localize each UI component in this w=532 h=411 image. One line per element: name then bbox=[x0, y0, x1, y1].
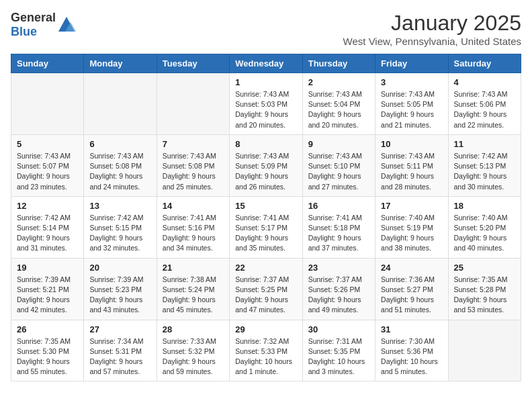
weekday-header-friday: Friday bbox=[375, 54, 448, 73]
calendar-week-5: 26Sunrise: 7:35 AMSunset: 5:30 PMDayligh… bbox=[11, 320, 521, 381]
calendar-cell: 7Sunrise: 7:43 AMSunset: 5:08 PMDaylight… bbox=[157, 134, 229, 196]
title-area: January 2025 West View, Pennsylvania, Un… bbox=[343, 11, 521, 47]
day-number: 11 bbox=[454, 139, 515, 149]
day-info: Sunrise: 7:41 AMSunset: 5:18 PMDaylight:… bbox=[308, 213, 369, 254]
day-info: Sunrise: 7:42 AMSunset: 5:15 PMDaylight:… bbox=[89, 213, 150, 254]
day-number: 25 bbox=[454, 263, 515, 273]
calendar-week-1: 1Sunrise: 7:43 AMSunset: 5:03 PMDaylight… bbox=[11, 73, 521, 135]
day-number: 30 bbox=[308, 324, 369, 334]
calendar-cell: 24Sunrise: 7:36 AMSunset: 5:27 PMDayligh… bbox=[375, 258, 448, 320]
day-number: 19 bbox=[17, 263, 78, 273]
day-number: 3 bbox=[381, 77, 442, 87]
calendar-cell: 1Sunrise: 7:43 AMSunset: 5:03 PMDaylight… bbox=[230, 73, 302, 135]
day-info: Sunrise: 7:41 AMSunset: 5:17 PMDaylight:… bbox=[235, 213, 296, 254]
day-number: 4 bbox=[454, 77, 515, 87]
calendar-cell: 11Sunrise: 7:42 AMSunset: 5:13 PMDayligh… bbox=[448, 134, 521, 196]
calendar-cell: 26Sunrise: 7:35 AMSunset: 5:30 PMDayligh… bbox=[11, 320, 84, 381]
day-info: Sunrise: 7:42 AMSunset: 5:13 PMDaylight:… bbox=[454, 151, 515, 192]
location-title: West View, Pennsylvania, United States bbox=[343, 36, 521, 47]
calendar-body: 1Sunrise: 7:43 AMSunset: 5:03 PMDaylight… bbox=[11, 73, 521, 381]
day-number: 12 bbox=[17, 201, 78, 211]
calendar-week-2: 5Sunrise: 7:43 AMSunset: 5:07 PMDaylight… bbox=[11, 134, 521, 196]
day-number: 24 bbox=[381, 263, 442, 273]
weekday-header-tuesday: Tuesday bbox=[157, 54, 229, 73]
day-info: Sunrise: 7:35 AMSunset: 5:28 PMDaylight:… bbox=[454, 275, 515, 316]
day-info: Sunrise: 7:37 AMSunset: 5:25 PMDaylight:… bbox=[235, 275, 296, 316]
day-info: Sunrise: 7:43 AMSunset: 5:09 PMDaylight:… bbox=[235, 151, 296, 192]
day-info: Sunrise: 7:41 AMSunset: 5:16 PMDaylight:… bbox=[163, 213, 224, 254]
day-info: Sunrise: 7:35 AMSunset: 5:30 PMDaylight:… bbox=[17, 336, 78, 377]
calendar-cell: 28Sunrise: 7:33 AMSunset: 5:32 PMDayligh… bbox=[157, 320, 229, 381]
day-number: 27 bbox=[89, 324, 150, 334]
calendar-cell: 14Sunrise: 7:41 AMSunset: 5:16 PMDayligh… bbox=[157, 196, 229, 258]
day-number: 13 bbox=[89, 201, 150, 211]
day-info: Sunrise: 7:32 AMSunset: 5:33 PMDaylight:… bbox=[235, 336, 296, 377]
calendar-header: SundayMondayTuesdayWednesdayThursdayFrid… bbox=[11, 54, 521, 73]
day-number: 31 bbox=[381, 324, 442, 334]
day-number: 21 bbox=[163, 263, 224, 273]
day-info: Sunrise: 7:39 AMSunset: 5:21 PMDaylight:… bbox=[17, 275, 78, 316]
calendar-cell bbox=[448, 320, 521, 381]
day-info: Sunrise: 7:40 AMSunset: 5:19 PMDaylight:… bbox=[381, 213, 442, 254]
weekday-header-wednesday: Wednesday bbox=[230, 54, 302, 73]
month-title: January 2025 bbox=[343, 11, 521, 36]
calendar-cell: 31Sunrise: 7:30 AMSunset: 5:36 PMDayligh… bbox=[375, 320, 448, 381]
calendar-cell: 8Sunrise: 7:43 AMSunset: 5:09 PMDaylight… bbox=[230, 134, 302, 196]
calendar-cell: 13Sunrise: 7:42 AMSunset: 5:15 PMDayligh… bbox=[84, 196, 157, 258]
calendar-cell: 17Sunrise: 7:40 AMSunset: 5:19 PMDayligh… bbox=[375, 196, 448, 258]
calendar-cell bbox=[84, 73, 157, 135]
day-number: 6 bbox=[89, 139, 150, 149]
calendar: SundayMondayTuesdayWednesdayThursdayFrid… bbox=[11, 54, 521, 381]
calendar-cell: 6Sunrise: 7:43 AMSunset: 5:08 PMDaylight… bbox=[84, 134, 157, 196]
day-number: 23 bbox=[308, 263, 369, 273]
day-number: 9 bbox=[308, 139, 369, 149]
day-number: 5 bbox=[17, 139, 78, 149]
logo-icon bbox=[57, 15, 76, 34]
calendar-cell: 4Sunrise: 7:43 AMSunset: 5:06 PMDaylight… bbox=[448, 73, 521, 135]
day-number: 20 bbox=[89, 263, 150, 273]
logo: General Blue bbox=[11, 11, 76, 39]
logo-blue: Blue bbox=[11, 25, 37, 38]
day-info: Sunrise: 7:43 AMSunset: 5:11 PMDaylight:… bbox=[381, 151, 442, 192]
day-number: 2 bbox=[308, 77, 369, 87]
calendar-cell: 15Sunrise: 7:41 AMSunset: 5:17 PMDayligh… bbox=[230, 196, 302, 258]
day-number: 18 bbox=[454, 201, 515, 211]
calendar-cell: 30Sunrise: 7:31 AMSunset: 5:35 PMDayligh… bbox=[302, 320, 375, 381]
day-number: 1 bbox=[235, 77, 296, 87]
calendar-cell: 3Sunrise: 7:43 AMSunset: 5:05 PMDaylight… bbox=[375, 73, 448, 135]
day-number: 8 bbox=[235, 139, 296, 149]
day-number: 14 bbox=[163, 201, 224, 211]
calendar-cell bbox=[157, 73, 229, 135]
logo-general: General bbox=[11, 11, 56, 24]
calendar-cell: 16Sunrise: 7:41 AMSunset: 5:18 PMDayligh… bbox=[302, 196, 375, 258]
calendar-cell: 12Sunrise: 7:42 AMSunset: 5:14 PMDayligh… bbox=[11, 196, 84, 258]
day-info: Sunrise: 7:43 AMSunset: 5:04 PMDaylight:… bbox=[308, 89, 369, 130]
day-info: Sunrise: 7:34 AMSunset: 5:31 PMDaylight:… bbox=[89, 336, 150, 377]
weekday-header-saturday: Saturday bbox=[448, 54, 521, 73]
calendar-week-4: 19Sunrise: 7:39 AMSunset: 5:21 PMDayligh… bbox=[11, 258, 521, 320]
weekday-header-monday: Monday bbox=[84, 54, 157, 73]
calendar-cell: 22Sunrise: 7:37 AMSunset: 5:25 PMDayligh… bbox=[230, 258, 302, 320]
day-info: Sunrise: 7:39 AMSunset: 5:23 PMDaylight:… bbox=[89, 275, 150, 316]
calendar-cell: 29Sunrise: 7:32 AMSunset: 5:33 PMDayligh… bbox=[230, 320, 302, 381]
day-number: 15 bbox=[235, 201, 296, 211]
day-info: Sunrise: 7:43 AMSunset: 5:08 PMDaylight:… bbox=[163, 151, 224, 192]
day-number: 29 bbox=[235, 324, 296, 334]
calendar-cell: 25Sunrise: 7:35 AMSunset: 5:28 PMDayligh… bbox=[448, 258, 521, 320]
calendar-cell: 18Sunrise: 7:40 AMSunset: 5:20 PMDayligh… bbox=[448, 196, 521, 258]
day-number: 7 bbox=[163, 139, 224, 149]
weekday-header-thursday: Thursday bbox=[302, 54, 375, 73]
day-info: Sunrise: 7:43 AMSunset: 5:03 PMDaylight:… bbox=[235, 89, 296, 130]
day-info: Sunrise: 7:43 AMSunset: 5:10 PMDaylight:… bbox=[308, 151, 369, 192]
day-number: 10 bbox=[381, 139, 442, 149]
day-number: 22 bbox=[235, 263, 296, 273]
calendar-week-3: 12Sunrise: 7:42 AMSunset: 5:14 PMDayligh… bbox=[11, 196, 521, 258]
day-info: Sunrise: 7:43 AMSunset: 5:05 PMDaylight:… bbox=[381, 89, 442, 130]
day-info: Sunrise: 7:31 AMSunset: 5:35 PMDaylight:… bbox=[308, 336, 369, 377]
day-info: Sunrise: 7:43 AMSunset: 5:07 PMDaylight:… bbox=[17, 151, 78, 192]
calendar-cell: 23Sunrise: 7:37 AMSunset: 5:26 PMDayligh… bbox=[302, 258, 375, 320]
day-info: Sunrise: 7:40 AMSunset: 5:20 PMDaylight:… bbox=[454, 213, 515, 254]
logo-text: General Blue bbox=[11, 11, 56, 39]
day-number: 26 bbox=[17, 324, 78, 334]
day-info: Sunrise: 7:33 AMSunset: 5:32 PMDaylight:… bbox=[163, 336, 224, 377]
